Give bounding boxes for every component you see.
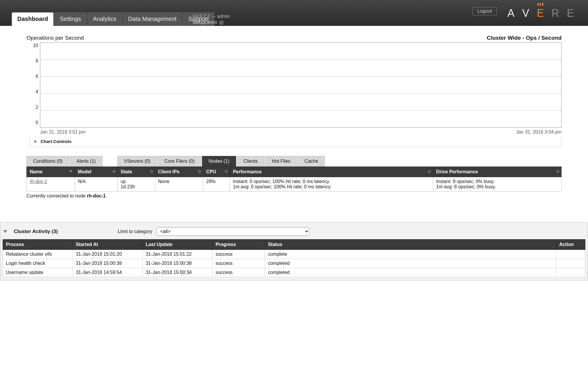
- table-row: rh-doc-1N/Aup1d 23hNone28%Instant: 0 ops…: [27, 177, 562, 192]
- cell-updated: 31-Jan-2018 15:01:22: [143, 250, 213, 259]
- limit-category-select[interactable]: <all>: [156, 227, 309, 236]
- cell-action: [556, 259, 585, 268]
- col-last-update[interactable]: Last Update: [143, 240, 213, 250]
- subtab-alerts-1-[interactable]: Alerts (1): [70, 156, 103, 167]
- activity-table: ProcessStarted AtLast UpdateProgressStat…: [3, 239, 585, 277]
- cell-cpu: 28%: [203, 177, 230, 192]
- chevron-right-icon: [34, 140, 37, 143]
- cell-drive-performance: Instant: 9 ops/sec; 0% busy.1m avg: 8 op…: [433, 177, 562, 192]
- dashboard-content: Operations per Second Cluster Wide - Ops…: [0, 26, 588, 205]
- sort-icon: ◇: [150, 169, 152, 173]
- sort-icon: ◇: [113, 169, 114, 173]
- cell-model: N/A: [75, 177, 118, 192]
- cell-started: 31-Jan-2018 15:01:20: [73, 250, 143, 259]
- tab-data-management[interactable]: Data Management: [123, 12, 182, 26]
- cluster-name: SetupDemo: [192, 20, 217, 25]
- cell-updated: 31-Jan-2018 15:00:38: [143, 259, 213, 268]
- col-state[interactable]: State◇: [118, 167, 155, 177]
- chart-y-axis: 1086420: [26, 42, 40, 128]
- chevron-down-icon[interactable]: [3, 230, 7, 233]
- top-banner: DashboardSettingsAnalyticsData Managemen…: [0, 0, 588, 26]
- col-action[interactable]: Action: [556, 240, 585, 250]
- chart-x-axis: Jan 31, 2018 3:01 pmJan 31, 2018 3:04 pm: [40, 129, 562, 135]
- sort-icon: ◇: [198, 169, 200, 173]
- subtab-hot-files[interactable]: Hot Files: [265, 156, 297, 167]
- chart-title-right: Cluster Wide - Ops / Second: [487, 35, 562, 41]
- chart-area: 1086420: [26, 42, 562, 128]
- y-tick: 0: [26, 120, 38, 125]
- cell-status: completed: [265, 268, 556, 277]
- cluster-activity-title: Cluster Activity (3): [14, 229, 58, 235]
- subtab-conditions-0-[interactable]: Conditions (0): [26, 156, 69, 167]
- subtab-vservers-0-[interactable]: VServers (0): [117, 156, 157, 167]
- table-row: Login health check31-Jan-2018 15:00:3831…: [3, 259, 585, 268]
- limit-category-label: Limit to category: [118, 229, 152, 234]
- cell-status: complete: [265, 250, 556, 259]
- cell-started: 31-Jan-2018 15:00:38: [73, 259, 143, 268]
- tab-dashboard[interactable]: Dashboard: [12, 12, 54, 26]
- y-tick: 8: [26, 58, 38, 64]
- chart-plot[interactable]: [40, 42, 562, 128]
- y-tick: 2: [26, 105, 38, 110]
- node-link[interactable]: rh-doc-1: [30, 179, 47, 184]
- subtab-nodes-1-[interactable]: Nodes (1): [202, 156, 236, 167]
- col-name[interactable]: Name▼: [27, 167, 75, 177]
- y-tick: 6: [26, 74, 38, 79]
- col-drive-performance[interactable]: Drive Performance◇: [433, 167, 562, 177]
- logout-button[interactable]: Logout: [472, 7, 497, 15]
- sort-icon: ◇: [225, 169, 227, 173]
- cell-process: Username update: [3, 268, 73, 277]
- version-user-line: V4.8.2.2 --- admin: [192, 14, 230, 19]
- col-cpu[interactable]: CPU◇: [203, 167, 230, 177]
- subtab-core-filers-0-[interactable]: Core Filers (0): [158, 156, 201, 167]
- nodes-table-header-row: Name▼Model◇State◇Client IPs◇CPU◇Performa…: [27, 167, 562, 177]
- col-client-ips[interactable]: Client IPs◇: [155, 167, 203, 177]
- cell-progress: success: [213, 250, 265, 259]
- tab-analytics[interactable]: Analytics: [87, 12, 122, 26]
- y-tick: 10: [26, 43, 38, 48]
- avere-logo: A V E R E: [507, 7, 576, 19]
- sort-icon: ◇: [557, 169, 558, 173]
- chart-title-left: Operations per Second: [26, 35, 84, 41]
- col-model[interactable]: Model◇: [75, 167, 118, 177]
- cell-started: 31-Jan-2018 14:59:54: [73, 268, 143, 277]
- cell-process: Login health check: [3, 259, 73, 268]
- subtab-clients[interactable]: Clients: [237, 156, 265, 167]
- cell-client-ips: None: [155, 177, 203, 192]
- cell-name: rh-doc-1: [27, 177, 75, 192]
- cell-updated: 31-Jan-2018 15:00:34: [143, 268, 213, 277]
- cell-state: up1d 23h: [118, 177, 155, 192]
- x-tick: Jan 31, 2018 3:01 pm: [40, 129, 86, 135]
- col-progress[interactable]: Progress: [213, 240, 265, 250]
- popup-icon[interactable]: [220, 21, 223, 24]
- cell-progress: success: [213, 259, 265, 268]
- chart-controls-label: Chart Controls: [41, 139, 71, 144]
- subtab-cache[interactable]: Cache: [298, 156, 325, 167]
- cell-process: Rebalance cluster vifs: [3, 250, 73, 259]
- cell-status: completed: [265, 259, 556, 268]
- sort-icon: ◇: [428, 169, 430, 173]
- y-tick: 4: [26, 89, 38, 94]
- table-row: Username update31-Jan-2018 14:59:5431-Ja…: [3, 268, 585, 277]
- session-meta: V4.8.2.2 --- admin SetupDemo: [192, 14, 230, 25]
- col-started-at[interactable]: Started At: [73, 240, 143, 250]
- cell-progress: success: [213, 268, 265, 277]
- x-tick: Jan 31, 2018 3:04 pm: [516, 129, 562, 135]
- tab-settings[interactable]: Settings: [54, 12, 86, 26]
- col-performance[interactable]: Performance◇: [230, 167, 433, 177]
- nodes-footnote: Currently connected to node rh-doc-1.: [26, 193, 562, 199]
- cluster-activity-panel: Cluster Activity (3) Limit to category <…: [0, 222, 588, 280]
- status-tabs: Conditions (0)Alerts (1)VServers (0)Core…: [26, 156, 562, 167]
- cell-action: [556, 250, 585, 259]
- col-status[interactable]: Status: [265, 240, 556, 250]
- main-tabs: DashboardSettingsAnalyticsData Managemen…: [12, 12, 214, 26]
- chart-controls-toggle[interactable]: Chart Controls: [29, 137, 562, 147]
- table-row: Rebalance cluster vifs31-Jan-2018 15:01:…: [3, 250, 585, 259]
- sort-icon: ▼: [69, 169, 72, 173]
- nodes-table: Name▼Model◇State◇Client IPs◇CPU◇Performa…: [26, 167, 562, 192]
- cell-performance: Instant: 0 ops/sec; 100% hit rate; 0 ms …: [230, 177, 433, 192]
- cell-action: [556, 268, 585, 277]
- activity-table-header-row: ProcessStarted AtLast UpdateProgressStat…: [3, 240, 585, 250]
- col-process[interactable]: Process: [3, 240, 73, 250]
